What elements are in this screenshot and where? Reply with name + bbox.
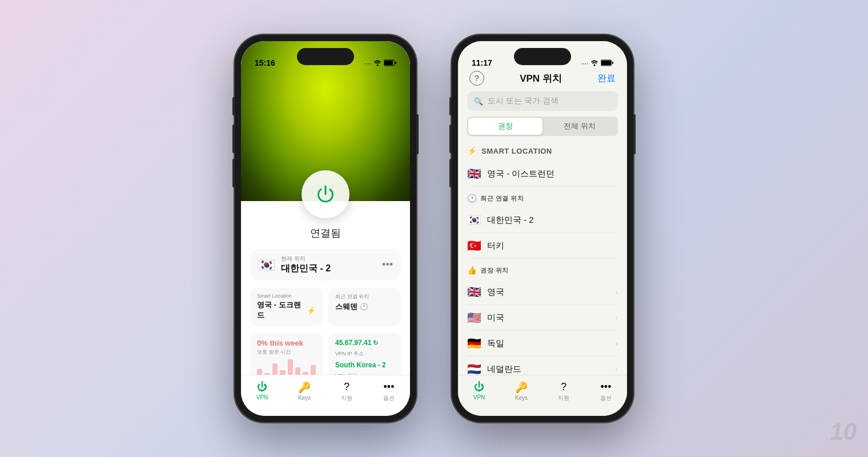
wifi-icon bbox=[373, 60, 381, 67]
mute-btn-2 bbox=[449, 97, 452, 115]
uk-rec-flag: 🇬🇧 bbox=[467, 285, 481, 299]
options-tab-icon: ••• bbox=[384, 381, 395, 393]
svg-point-4 bbox=[594, 64, 596, 66]
tab-all-locations[interactable]: 전체 위치 bbox=[542, 118, 617, 135]
refresh-icon[interactable]: ↻ bbox=[373, 339, 378, 347]
svg-rect-7 bbox=[612, 62, 613, 64]
keys-tab-label-2: Keys bbox=[515, 395, 528, 401]
power-icon bbox=[314, 183, 337, 206]
vpn-tab-label-2: VPN bbox=[473, 394, 485, 400]
smart-loc-icon: ⚡ bbox=[467, 146, 477, 155]
help-button[interactable]: ? bbox=[469, 71, 484, 86]
uk-rec-name: 영국 bbox=[487, 287, 615, 298]
status-icons-2: ···· bbox=[581, 59, 613, 67]
uk-location-name: 영국 - 이스트런던 bbox=[487, 169, 618, 179]
recent-loc-label: 최근 연결 위치 bbox=[335, 293, 394, 300]
us-rec-flag: 🇺🇸 bbox=[467, 311, 481, 324]
korea-recent-name: 대한민국 - 2 bbox=[487, 215, 618, 226]
turkey-recent-name: 터키 bbox=[487, 240, 618, 251]
vol-down-btn bbox=[232, 159, 235, 187]
power-side-btn bbox=[416, 114, 419, 154]
quick-info-row: Smart Location 영국 - 도크랜드 ⚡ 최근 연결 위치 스웨덴 … bbox=[250, 287, 401, 326]
mute-btn bbox=[232, 97, 235, 115]
chevron-icon-2: › bbox=[615, 313, 618, 322]
options-tab-icon-2: ••• bbox=[601, 381, 612, 393]
page-title: VPN 위치 bbox=[520, 72, 562, 85]
options-tab-label: 옵션 bbox=[383, 394, 395, 402]
search-bar[interactable]: 🔍 도시 또는 국가 검색 bbox=[467, 91, 618, 111]
vpn-tab-label: VPN bbox=[256, 394, 268, 400]
clock-section-icon: 🕐 bbox=[467, 194, 477, 203]
current-loc-info: 현재 위치 대한민국 - 2 bbox=[281, 255, 331, 275]
korea-recent-item[interactable]: 🇰🇷 대한민국 - 2 bbox=[467, 207, 618, 233]
support-tab-icon: ? bbox=[344, 381, 349, 393]
tab-recommended[interactable]: 권장 bbox=[468, 118, 542, 135]
phone2-content: 11:17 ···· bbox=[458, 41, 627, 416]
tab-keys[interactable]: 🔑 Keys bbox=[283, 381, 326, 401]
uk-rec-item[interactable]: 🇬🇧 영국 › bbox=[467, 279, 618, 305]
svg-point-0 bbox=[377, 64, 379, 66]
status-time-1: 15:16 bbox=[255, 58, 275, 67]
vpn-tab-icon-2: ⏻ bbox=[474, 381, 484, 393]
clock-icon: 🕐 bbox=[360, 303, 368, 311]
protection-percent: 0% this week bbox=[257, 339, 316, 347]
phones-container: 15:16 ···· bbox=[234, 34, 634, 423]
wifi-icon-2 bbox=[590, 60, 598, 67]
us-rec-item[interactable]: 🇺🇸 미국 › bbox=[467, 305, 618, 331]
more-options-icon[interactable]: ••• bbox=[382, 259, 393, 271]
smart-loc-value: 영국 - 도크랜드 ⚡ bbox=[257, 300, 316, 320]
recent-section-title: 최근 연결 위치 bbox=[480, 194, 524, 203]
us-rec-name: 미국 bbox=[487, 312, 615, 323]
smart-location-card[interactable]: Smart Location 영국 - 도크랜드 ⚡ bbox=[250, 287, 323, 326]
vpn-ip-value: 45.67.97.41 ↻ bbox=[335, 339, 394, 347]
nl-rec-flag: 🇳🇱 bbox=[467, 362, 481, 376]
support-tab-label: 지원 bbox=[341, 394, 352, 402]
phone1: 15:16 ···· bbox=[234, 34, 417, 423]
svg-rect-6 bbox=[601, 61, 611, 65]
tab-support[interactable]: ? 지원 bbox=[326, 381, 368, 402]
support-tab-icon-2: ? bbox=[561, 381, 566, 393]
options-tab-label-2: 옵션 bbox=[600, 394, 612, 402]
done-button[interactable]: 완료 bbox=[597, 73, 616, 85]
tab-keys-2[interactable]: 🔑 Keys bbox=[500, 381, 542, 401]
tab-vpn-2[interactable]: ⏻ VPN bbox=[458, 381, 500, 400]
dynamic-island-1 bbox=[297, 48, 354, 65]
current-location-card[interactable]: 🇰🇷 현재 위치 대한민국 - 2 ••• bbox=[250, 249, 401, 280]
recent-section-header: 🕐 최근 연결 위치 bbox=[467, 187, 618, 207]
tab-support-2[interactable]: ? 지원 bbox=[542, 381, 585, 402]
vpn-tab-icon: ⏻ bbox=[257, 381, 267, 393]
keys-tab-label: Keys bbox=[298, 395, 311, 401]
chevron-icon: › bbox=[615, 287, 618, 296]
keys-tab-icon-2: 🔑 bbox=[515, 381, 528, 394]
svg-rect-3 bbox=[395, 62, 396, 64]
smart-loc-label: Smart Location bbox=[257, 293, 316, 299]
recommended-section-header: 👍 권장 위치 bbox=[467, 259, 618, 279]
tab-vpn[interactable]: ⏻ VPN bbox=[241, 381, 283, 400]
support-tab-label-2: 지원 bbox=[558, 394, 569, 402]
power-button[interactable] bbox=[302, 170, 349, 218]
korea-flag: 🇰🇷 bbox=[258, 257, 275, 273]
recent-location-card[interactable]: 최근 연결 위치 스웨덴 🕐 bbox=[328, 287, 401, 326]
tab-options-2[interactable]: ••• 옵션 bbox=[585, 381, 627, 402]
smart-location-item[interactable]: ⚡ SMART LOCATION bbox=[467, 141, 618, 161]
status-time-2: 11:17 bbox=[472, 58, 492, 67]
watermark: 10 bbox=[830, 418, 857, 446]
current-loc-name: 대한민국 - 2 bbox=[281, 263, 331, 275]
de-rec-flag: 🇩🇪 bbox=[467, 336, 481, 350]
protection-sublabel: 보호 받은 시간 bbox=[257, 348, 316, 356]
dynamic-island-2 bbox=[514, 48, 571, 65]
turkey-recent-item[interactable]: 🇹🇷 터키 bbox=[467, 233, 618, 259]
search-icon: 🔍 bbox=[474, 97, 483, 106]
de-rec-item[interactable]: 🇩🇪 독일 › bbox=[467, 331, 618, 356]
connected-label: 연결됨 bbox=[250, 226, 401, 240]
tab-options[interactable]: ••• 옵션 bbox=[368, 381, 410, 402]
de-rec-name: 독일 bbox=[487, 338, 615, 349]
vol-down-btn-2 bbox=[449, 159, 452, 187]
phone1-screen: 15:16 ···· bbox=[241, 41, 410, 416]
phone2: 11:17 ···· bbox=[451, 34, 634, 423]
chevron-icon-4: › bbox=[615, 364, 618, 374]
lightning-icon: ⚡ bbox=[307, 306, 316, 315]
recent-loc-value: 스웨덴 🕐 bbox=[335, 302, 394, 312]
uk-flag: 🇬🇧 bbox=[467, 167, 481, 181]
uk-location-item[interactable]: 🇬🇧 영국 - 이스트런던 bbox=[467, 161, 618, 187]
